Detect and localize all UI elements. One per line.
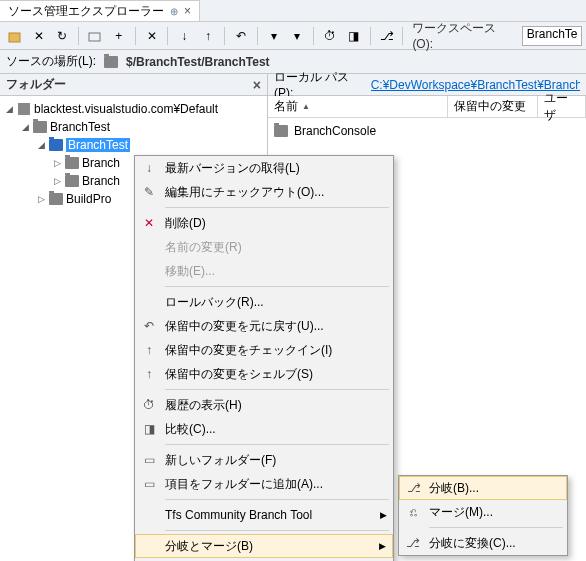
shelve-icon: ↑ (141, 367, 157, 381)
delete-icon: ✕ (141, 216, 157, 230)
server-icon (17, 102, 31, 116)
undo-button[interactable]: ↶ (230, 25, 252, 47)
add-file-button[interactable]: + (108, 25, 130, 47)
expander-icon[interactable]: ◢ (20, 122, 30, 132)
ctx-sub-convert[interactable]: ⎇分岐に変換(C)... (399, 531, 567, 555)
ctx-new-folder[interactable]: ▭新しいフォルダー(F) (135, 448, 393, 472)
checkout-icon: ✎ (141, 185, 157, 199)
merge-icon: ⎌ (405, 505, 421, 519)
add-items-icon: ▭ (141, 477, 157, 491)
convert-branch-icon: ⎇ (405, 536, 421, 550)
context-submenu-branch: ⎇分岐(B)... ⎌マージ(M)... ⎇分岐に変換(C)... (398, 475, 568, 556)
folder-icon (104, 56, 118, 68)
ctx-undo[interactable]: ↶保留中の変更を元に戻す(U)... (135, 314, 393, 338)
workspace-select[interactable]: BranchTe (522, 26, 582, 46)
ctx-branch-merge[interactable]: 分岐とマージ(B)▶ (135, 534, 393, 558)
ctx-checkout[interactable]: ✎編集用にチェックアウト(O)... (135, 180, 393, 204)
svg-rect-1 (89, 33, 100, 41)
unshelve-button[interactable]: ▾ (286, 25, 308, 47)
delete-button[interactable]: ✕ (141, 25, 163, 47)
tab-source-control-explorer[interactable]: ソース管理エクスプローラー ⊕ × (0, 0, 200, 21)
source-location-value: $/BranchTest/BranchTest (126, 55, 270, 69)
list-header: 名前 ▲ 保留中の変更 ユーザ (268, 96, 586, 118)
ctx-sub-branch[interactable]: ⎇分岐(B)... (399, 476, 567, 500)
ctx-history[interactable]: ⏱履歴の表示(H) (135, 393, 393, 417)
column-user[interactable]: ユーザ (538, 96, 586, 117)
ctx-rename: 名前の変更(R) (135, 235, 393, 259)
chevron-right-icon: ▶ (379, 541, 386, 551)
folder-icon (49, 193, 63, 205)
compare-icon: ◨ (141, 422, 157, 436)
ctx-get-latest[interactable]: ↓最新バージョンの取得(L) (135, 156, 393, 180)
chevron-right-icon: ▶ (380, 510, 387, 520)
ctx-compare[interactable]: ◨比較(C)... (135, 417, 393, 441)
tab-title: ソース管理エクスプローラー (8, 3, 164, 20)
add-items-button[interactable] (4, 25, 26, 47)
undo-icon: ↶ (141, 319, 157, 333)
ctx-checkin[interactable]: ↑保留中の変更をチェックイン(I) (135, 338, 393, 362)
reconcile-button[interactable]: ↻ (52, 25, 74, 47)
refresh-button[interactable]: ✕ (28, 25, 50, 47)
folder-icon (65, 157, 79, 169)
expander-icon[interactable]: ◢ (36, 140, 46, 150)
column-pending[interactable]: 保留中の変更 (448, 96, 538, 117)
svg-rect-0 (9, 33, 20, 42)
ctx-move: 移動(E)... (135, 259, 393, 283)
expander-icon[interactable]: ▷ (36, 194, 46, 204)
branch-button[interactable]: ⎇ (376, 25, 398, 47)
svg-rect-2 (18, 103, 30, 115)
get-latest-button[interactable]: ↓ (173, 25, 195, 47)
ctx-rollback[interactable]: ロールバック(R)... (135, 290, 393, 314)
tree-root[interactable]: ◢ blacktest.visualstudio.com¥Default (2, 100, 265, 118)
ctx-shelve[interactable]: ↑保留中の変更をシェルブ(S) (135, 362, 393, 386)
sort-asc-icon: ▲ (302, 102, 310, 111)
folders-panel-title: フォルダー (6, 76, 66, 93)
new-folder-button[interactable] (84, 25, 106, 47)
shelve-button[interactable]: ▾ (263, 25, 285, 47)
expander-icon[interactable]: ◢ (4, 104, 14, 114)
expander-icon[interactable]: ▷ (52, 176, 62, 186)
branch-icon: ⎇ (406, 481, 422, 495)
ctx-delete[interactable]: ✕削除(D) (135, 211, 393, 235)
list-item[interactable]: BranchConsole (274, 122, 580, 140)
ctx-tfs-tool[interactable]: Tfs Community Branch Tool▶ (135, 503, 393, 527)
checkin-button[interactable]: ↑ (197, 25, 219, 47)
checkin-icon: ↑ (141, 343, 157, 357)
history-icon: ⏱ (141, 398, 157, 412)
column-name[interactable]: 名前 ▲ (268, 96, 448, 117)
context-menu: ↓最新バージョンの取得(L) ✎編集用にチェックアウト(O)... ✕削除(D)… (134, 155, 394, 561)
close-icon[interactable]: × (253, 77, 261, 93)
get-latest-icon: ↓ (141, 161, 157, 175)
expander-icon[interactable]: ▷ (52, 158, 62, 168)
ctx-add-items[interactable]: ▭項目をフォルダーに追加(A)... (135, 472, 393, 496)
pin-icon[interactable]: ⊕ (170, 6, 178, 17)
compare-button[interactable]: ◨ (343, 25, 365, 47)
folder-icon (274, 125, 288, 137)
toolbar: ✕ ↻ + ✕ ↓ ↑ ↶ ▾ ▾ ⏱ ◨ ⎇ ワークスペース(O): Bran… (0, 22, 586, 50)
close-icon[interactable]: × (184, 4, 191, 18)
workspace-label: ワークスペース(O): (408, 20, 515, 51)
new-folder-icon: ▭ (141, 453, 157, 467)
tree-item[interactable]: ◢ BranchTest (2, 118, 265, 136)
folder-icon (65, 175, 79, 187)
folder-icon (33, 121, 47, 133)
tab-strip: ソース管理エクスプローラー ⊕ × (0, 0, 586, 22)
source-location-label: ソースの場所(L): (6, 53, 96, 70)
folder-icon (49, 139, 63, 151)
history-button[interactable]: ⏱ (319, 25, 341, 47)
ctx-sub-merge[interactable]: ⎌マージ(M)... (399, 500, 567, 524)
tree-item-selected[interactable]: ◢ BranchTest (2, 136, 265, 154)
